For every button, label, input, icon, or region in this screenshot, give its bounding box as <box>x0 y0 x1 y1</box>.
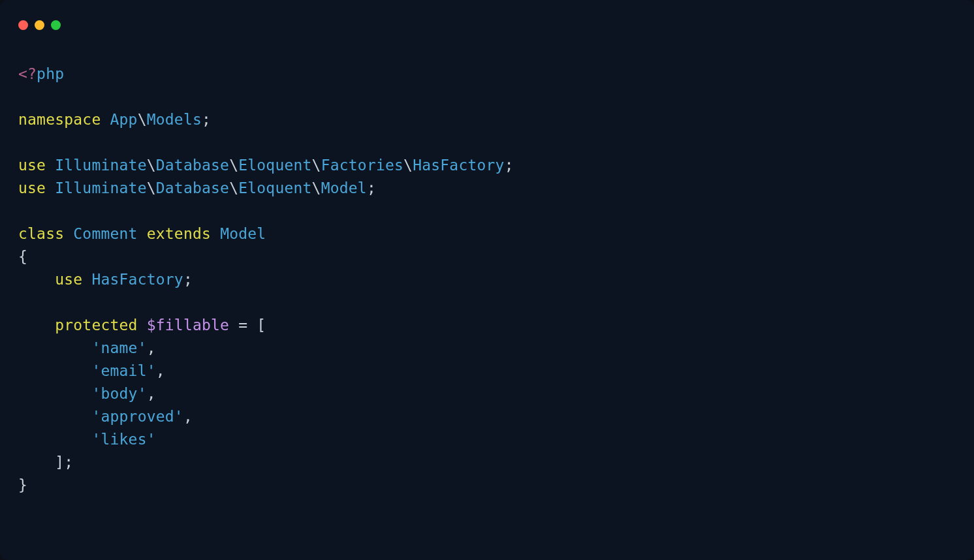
keyword-use: use <box>18 179 46 196</box>
backslash: \ <box>147 179 156 196</box>
backslash: \ <box>403 157 413 174</box>
comma: , <box>156 362 165 379</box>
editor-window: <?php namespace App\Models; use Illumina… <box>0 0 974 560</box>
fillable-item: 'likes' <box>91 431 155 448</box>
backslash: \ <box>229 157 238 174</box>
semicolon: ; <box>202 111 211 128</box>
brace-open: { <box>18 248 27 265</box>
semicolon: ; <box>505 157 514 174</box>
bracket-open: [ <box>257 317 266 334</box>
keyword-namespace: namespace <box>18 111 101 128</box>
minimize-icon[interactable] <box>35 20 44 30</box>
fillable-item: 'name' <box>91 339 146 356</box>
keyword-use-trait: use <box>55 271 82 288</box>
ns-models: Models <box>147 111 202 128</box>
semicolon: ; <box>367 179 376 196</box>
keyword-use: use <box>18 157 46 174</box>
backslash: \ <box>229 179 238 196</box>
trait-hasfactory: HasFactory <box>91 271 183 288</box>
ns-hasfactory: HasFactory <box>413 157 504 174</box>
bracket-close: ] <box>55 454 64 471</box>
base-class-model: Model <box>220 225 266 242</box>
fillable-item: 'body' <box>91 385 146 402</box>
ns-illuminate: Illuminate <box>55 157 146 174</box>
comma: , <box>183 408 193 425</box>
keyword-extends: extends <box>147 225 211 242</box>
fillable-item: 'approved' <box>91 408 183 425</box>
class-name-comment: Comment <box>73 225 137 242</box>
comma: , <box>147 385 156 402</box>
ns-database: Database <box>156 179 229 196</box>
backslash: \ <box>138 111 147 128</box>
php-open-tag-word: php <box>37 65 64 82</box>
ns-app: App <box>110 111 138 128</box>
ns-database: Database <box>156 157 229 174</box>
backslash: \ <box>147 157 156 174</box>
backslash: \ <box>312 157 321 174</box>
ns-factories: Factories <box>321 157 403 174</box>
fillable-item: 'email' <box>91 362 155 379</box>
ns-eloquent: Eloquent <box>238 157 311 174</box>
zoom-icon[interactable] <box>51 20 61 30</box>
backslash: \ <box>312 179 321 196</box>
equals: = <box>238 317 247 334</box>
keyword-protected: protected <box>55 317 137 334</box>
window-titlebar <box>0 0 974 37</box>
close-icon[interactable] <box>18 20 28 30</box>
ns-illuminate: Illuminate <box>55 179 146 196</box>
php-open-tag-lt: <? <box>18 65 37 82</box>
comma: , <box>147 339 156 356</box>
code-editor[interactable]: <?php namespace App\Models; use Illumina… <box>0 37 974 515</box>
ns-model: Model <box>321 179 367 196</box>
var-fillable: $fillable <box>147 317 229 334</box>
keyword-class: class <box>18 225 64 242</box>
brace-close: } <box>18 476 27 493</box>
semicolon: ; <box>64 454 73 471</box>
semicolon: ; <box>183 271 193 288</box>
ns-eloquent: Eloquent <box>238 179 311 196</box>
